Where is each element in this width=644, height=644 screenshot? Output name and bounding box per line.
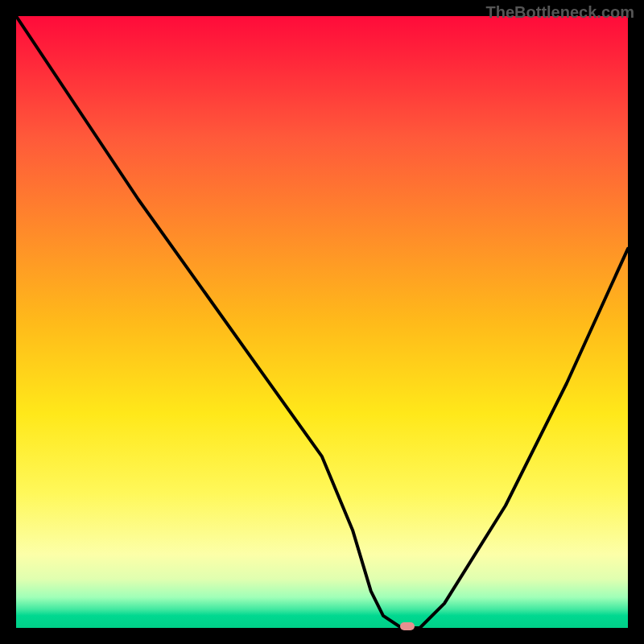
bottleneck-curve-path <box>16 16 628 628</box>
curve-svg <box>16 16 628 628</box>
optimal-marker <box>400 622 415 630</box>
chart-container: TheBottleneck.com <box>0 0 644 644</box>
watermark-text: TheBottleneck.com <box>486 3 634 22</box>
plot-area <box>16 16 628 628</box>
